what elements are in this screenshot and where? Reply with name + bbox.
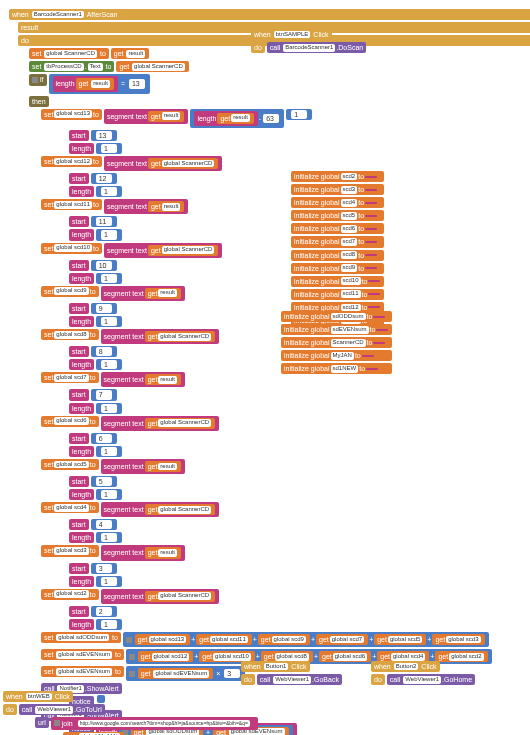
eq-test[interactable]: length get result = 13 <box>49 74 150 93</box>
afterscan-event-block[interactable]: when BarcodeScanner1 AfterScan result do… <box>8 8 530 735</box>
init-MyJAN[interactable]: initialize global MyJAN to <box>281 350 392 361</box>
component: BarcodeScanner1 <box>32 11 84 19</box>
set-global scd7[interactable]: set global scd7 to <box>41 372 99 383</box>
set-global scd3[interactable]: set global scd3 to <box>41 545 99 556</box>
init-scd6[interactable]: initialize global scd6 to <box>291 223 384 234</box>
init-sdODDsum[interactable]: initialize global sdODDsum to <box>281 311 392 322</box>
seg-global scd6[interactable]: segment text get global ScannerCD <box>101 416 220 431</box>
call-doscan[interactable]: call BarcodeScanner1.DoScan <box>267 42 366 53</box>
set-global scd2[interactable]: set global scd2 to <box>41 589 99 600</box>
set-global scd11[interactable]: set global scd11 to <box>41 199 102 210</box>
set-global scd4[interactable]: set global scd4 to <box>41 502 99 513</box>
seg-global scd5[interactable]: segment text get result <box>101 459 185 474</box>
seg-global scd8[interactable]: segment text get global ScannerCD <box>101 329 220 344</box>
set-tbtext[interactable]: set tbProcessCD.Text to <box>29 61 114 72</box>
set-global scd12[interactable]: set global scd12 to <box>41 156 102 167</box>
event-header[interactable]: when BarcodeScanner1 AfterScan <box>9 9 530 20</box>
set-sdodd[interactable]: set global sdODDsum to <box>41 632 121 643</box>
btnsample-block[interactable]: when btnSAMPLE Click do call BarcodeScan… <box>250 28 367 54</box>
set-global scd10[interactable]: set global scd10 to <box>41 243 102 254</box>
init-sd1NEW[interactable]: initialize global sd1NEW to <box>281 363 392 374</box>
length-call[interactable]: length get result <box>53 76 118 91</box>
init-scd4[interactable]: initialize global scd4 to <box>291 197 384 208</box>
seg-global scd4[interactable]: segment text get global ScannerCD <box>101 502 220 517</box>
when-kw: when <box>12 10 29 19</box>
event: AfterScan <box>87 10 118 19</box>
init-scd8[interactable]: initialize global scd8 to <box>291 250 384 261</box>
if-block[interactable]: if <box>29 74 47 85</box>
set-sdeven[interactable]: set global sdEVENsum to <box>41 649 124 660</box>
init-sdEVENsum[interactable]: initialize global sdEVENsum to <box>281 324 392 335</box>
seg-global scd2[interactable]: segment text get global ScannerCD <box>101 589 220 604</box>
set-global scd9[interactable]: set global scd9 to <box>41 286 99 297</box>
init-scd3[interactable]: initialize global scd3 to <box>291 184 384 195</box>
set-global scd8[interactable]: set global scd8 to <box>41 329 99 340</box>
btnweb-block[interactable]: when btnWEB Click do call WebViewer1.GoT… <box>2 690 259 735</box>
get-result2: get result <box>76 78 114 89</box>
seg-global scd10[interactable]: segment text get global ScannerCD <box>104 243 223 258</box>
seg-global scd13[interactable]: segment text get result <box>104 109 188 124</box>
init-scd7[interactable]: initialize global scd7 to <box>291 236 384 247</box>
seg-global scd9[interactable]: segment text get result <box>101 286 185 301</box>
seg-global scd12[interactable]: segment text get global ScannerCD <box>104 156 223 171</box>
seg-global scd7[interactable]: segment text get result <box>101 372 185 387</box>
init-ScannerCD[interactable]: initialize global ScannerCD to <box>281 337 392 348</box>
seg-global scd11[interactable]: segment text get result <box>104 199 188 214</box>
btn2-block[interactable]: when Button2 Click do call WebViewer1.Go… <box>370 660 476 686</box>
init-scd5[interactable]: initialize global scd5 to <box>291 210 384 221</box>
seg-global scd3[interactable]: segment text get result <box>101 545 185 560</box>
odd-sum[interactable]: get global scd13 + get global scd11 + ge… <box>123 632 489 647</box>
init-globals: initialize global scd2 to initialize glo… <box>290 170 385 327</box>
set-scannercd[interactable]: set global ScannerCD to <box>29 48 109 59</box>
btn1-block[interactable]: when Button1 Click do call WebViewer1.Go… <box>240 660 343 686</box>
init-scd2[interactable]: initialize global scd2 to <box>291 171 384 182</box>
init-scd10[interactable]: initialize global scd10 to <box>291 276 384 287</box>
get-scannercd[interactable]: get global ScannerCD <box>116 61 188 72</box>
set-global scd13[interactable]: set global scd13 to <box>41 109 102 120</box>
init-extras: initialize global sdODDsum to initialize… <box>280 310 393 375</box>
get-result[interactable]: get result <box>111 48 149 59</box>
then-kw: then <box>29 96 49 107</box>
set-sdeven3[interactable]: set global sdEVENsum to <box>41 666 124 677</box>
mul3[interactable]: get global sdEVENsum × 3 <box>126 666 245 681</box>
set-global scd5[interactable]: set global scd5 to <box>41 459 99 470</box>
set-global scd6[interactable]: set global scd6 to <box>41 416 99 427</box>
init-scd9[interactable]: initialize global scd9 to <box>291 263 384 274</box>
init-scd11[interactable]: initialize global scd11 to <box>291 289 384 300</box>
